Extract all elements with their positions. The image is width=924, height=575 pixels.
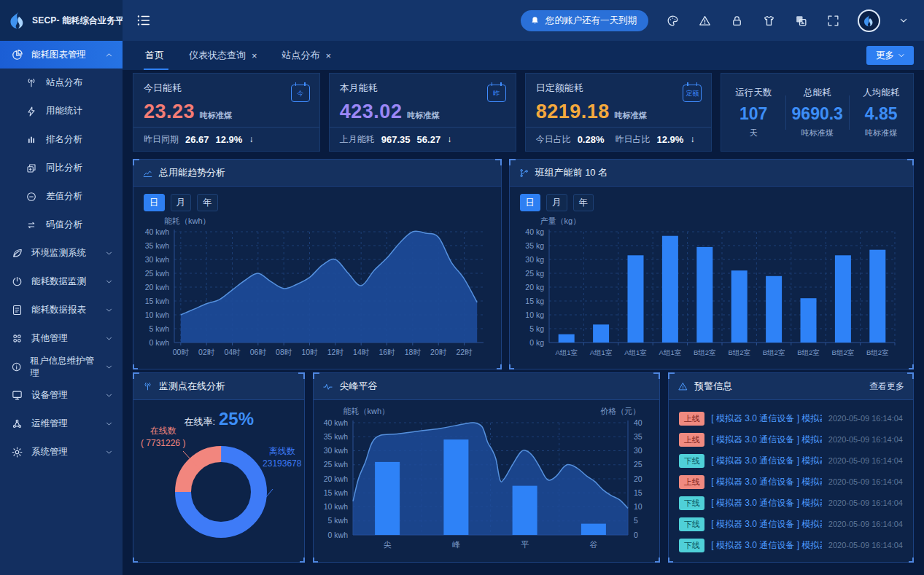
sidebar-item[interactable]: 差值分析 xyxy=(0,182,123,211)
svg-text:A组1室: A组1室 xyxy=(624,348,647,356)
stat-card: 本月能耗423.02吨标准煤昨上月能耗967.3556.27↓ xyxy=(329,73,516,152)
alert-row[interactable]: 下线[ 模拟器 3.0 通信设备 ] 模拟器 3.0...2020-05-09 … xyxy=(678,536,904,555)
warning-icon xyxy=(698,14,712,28)
sidebar-group-label: 能耗图表管理 xyxy=(31,49,86,61)
period-button[interactable]: 日 xyxy=(144,194,165,211)
sidebar-item[interactable]: 排名分析 xyxy=(0,125,123,154)
alert-row[interactable]: 上线[ 模拟器 3.0 通信设备 ] 模拟器 3.0...2020-05-09 … xyxy=(678,430,904,449)
period-button[interactable]: 年 xyxy=(573,194,594,211)
period-buttons: 日月年 xyxy=(144,194,494,211)
offline-count-label: 离线数23193678 xyxy=(263,445,301,471)
panel-header: 总用能趋势分析 xyxy=(133,160,501,187)
svg-text:40 kg: 40 kg xyxy=(525,227,544,236)
svg-text:5 kwh: 5 kwh xyxy=(328,516,349,525)
view-more-link[interactable]: 查看更多 xyxy=(869,380,904,393)
sidebar-group[interactable]: 能耗数据报表 xyxy=(0,296,123,324)
svg-text:00时: 00时 xyxy=(173,348,190,356)
tab-label: 首页 xyxy=(145,49,164,62)
sidebar-group-label: 其他管理 xyxy=(31,332,68,345)
bar-chart-icon xyxy=(26,134,37,146)
period-button[interactable]: 月 xyxy=(171,194,192,211)
skin-icon xyxy=(762,14,776,28)
sidebar-item[interactable]: 码值分析 xyxy=(0,211,123,239)
tab-close-icon[interactable]: × xyxy=(252,50,257,61)
more-button[interactable]: 更多 xyxy=(866,46,914,65)
alert-time: 2020-05-09 16:14:04 xyxy=(828,435,903,444)
stat-title: 今日能耗 xyxy=(144,82,309,95)
alert-message: [ 模拟器 3.0 通信设备 ] 模拟器 3.0... xyxy=(711,412,822,425)
account-expiry-notice[interactable]: 您的账户还有一天到期 xyxy=(521,10,648,31)
account-expiry-text: 您的账户还有一天到期 xyxy=(546,15,637,27)
main-area: 您的账户还有一天到期 首页仪表状态查询×站点分布× 更多 今日能耗23.23吨标… xyxy=(123,0,924,575)
svg-text:14时: 14时 xyxy=(353,348,370,356)
sidebar-group-label: 系统管理 xyxy=(31,446,68,458)
tab[interactable]: 首页 xyxy=(133,41,176,70)
more-button-label: 更多 xyxy=(876,50,894,62)
alert-row[interactable]: 上线[ 模拟器 3.0 通信设备 ] 模拟器 3.0...2020-05-09 … xyxy=(678,472,904,491)
sidebar-item[interactable]: 站点分布 xyxy=(0,69,123,97)
svg-text:06时: 06时 xyxy=(250,348,267,356)
sidebar-group[interactable]: 其他管理 xyxy=(0,324,123,353)
period-button[interactable]: 年 xyxy=(197,194,218,211)
tab-close-icon[interactable]: × xyxy=(326,50,332,61)
warning-icon[interactable] xyxy=(698,14,712,28)
sidebar-group-label: 能耗数据报表 xyxy=(31,304,86,316)
sidebar-item-label: 用能统计 xyxy=(46,105,82,117)
svg-text:22时: 22时 xyxy=(456,348,473,356)
svg-text:B组2室: B组2室 xyxy=(866,348,889,356)
alert-row[interactable]: 下线[ 模拟器 3.0 通信设备 ] 模拟器 3.0...2020-05-09 … xyxy=(678,493,904,512)
period-button[interactable]: 月 xyxy=(546,194,567,211)
nodes-icon xyxy=(11,418,23,430)
sidebar-group[interactable]: 运维管理 xyxy=(0,410,123,438)
svg-text:25 kg: 25 kg xyxy=(525,269,544,278)
fullscreen-icon[interactable] xyxy=(826,14,840,28)
sidebar-item-label: 排名分析 xyxy=(46,133,82,146)
alert-row[interactable]: 下线[ 模拟器 3.0 通信设备 ] 模拟器 3.0...2020-05-09 … xyxy=(678,451,904,470)
tab[interactable]: 仪表状态查询× xyxy=(176,41,270,70)
skin-icon[interactable] xyxy=(762,14,776,28)
sidebar-item[interactable]: 同比分析 xyxy=(0,154,123,182)
chevron-down-icon xyxy=(104,362,114,372)
theme-icon[interactable] xyxy=(666,14,680,28)
sidebar-group[interactable]: 设备管理 xyxy=(0,381,123,410)
tab-label: 站点分布 xyxy=(282,49,320,62)
svg-text:10 kwh: 10 kwh xyxy=(324,502,348,511)
svg-text:40 kwh: 40 kwh xyxy=(324,418,348,427)
user-avatar[interactable] xyxy=(858,9,880,32)
sidebar-group[interactable]: 能耗数据监测 xyxy=(0,267,123,296)
tab[interactable]: 站点分布× xyxy=(270,41,344,70)
svg-text:20 kg: 20 kg xyxy=(525,283,544,292)
translate-icon[interactable] xyxy=(794,14,808,28)
svg-text:30 kg: 30 kg xyxy=(525,255,544,264)
app-root: SECP- 能耗综合业务平台 能耗图表管理站点分布用能统计排名分析同比分析差值分… xyxy=(0,0,924,575)
sidebar-item[interactable]: 用能统计 xyxy=(0,97,123,125)
user-menu-chevron-icon[interactable] xyxy=(898,15,909,26)
y-axis-label: 产量（kg） xyxy=(540,216,906,226)
alert-row[interactable]: 上线[ 模拟器 3.0 通信设备 ] 模拟器 3.0...2020-05-09 … xyxy=(678,409,904,428)
period-button[interactable]: 日 xyxy=(520,194,541,211)
chevron-down-icon xyxy=(104,249,114,258)
svg-text:18时: 18时 xyxy=(405,348,422,356)
tabs: 首页仪表状态查询×站点分布× xyxy=(133,41,343,70)
status-badge: 下线 xyxy=(679,454,704,468)
sidebar-group[interactable]: 租户信息维护管理 xyxy=(0,353,123,381)
panel-title: 班组产能前 10 名 xyxy=(535,166,608,179)
svg-text:0: 0 xyxy=(634,531,638,539)
svg-text:20 kwh: 20 kwh xyxy=(145,283,169,292)
sidebar-group-active[interactable]: 能耗图表管理 xyxy=(0,41,123,69)
alert-time: 2020-05-09 16:14:04 xyxy=(828,477,903,486)
menu-collapse-icon[interactable] xyxy=(136,12,152,28)
status-badge: 上线 xyxy=(679,475,704,489)
sidebar-group[interactable]: 系统管理 xyxy=(0,438,123,466)
sidebar-group-label: 租户信息维护管理 xyxy=(30,355,96,380)
trend-chart-svg: 0 kwh5 kwh10 kwh15 kwh20 kwh25 kwh30 kwh… xyxy=(141,226,492,361)
chevron-down-icon xyxy=(896,50,906,60)
sidebar-group[interactable]: 环境监测系统 xyxy=(0,239,123,267)
tab-label: 仪表状态查询 xyxy=(189,49,246,62)
panel-title: 总用能趋势分析 xyxy=(159,166,225,179)
lock-icon[interactable] xyxy=(730,14,744,28)
alert-row[interactable]: 下线[ 模拟器 3.0 通信设备 ] 模拟器 3.0...2020-05-09 … xyxy=(678,515,904,533)
branch-icon xyxy=(519,168,529,179)
stat-footer-label: 今日占比 xyxy=(536,133,571,146)
alert-message: [ 模拟器 3.0 通信设备 ] 模拟器 3.0... xyxy=(711,497,822,509)
